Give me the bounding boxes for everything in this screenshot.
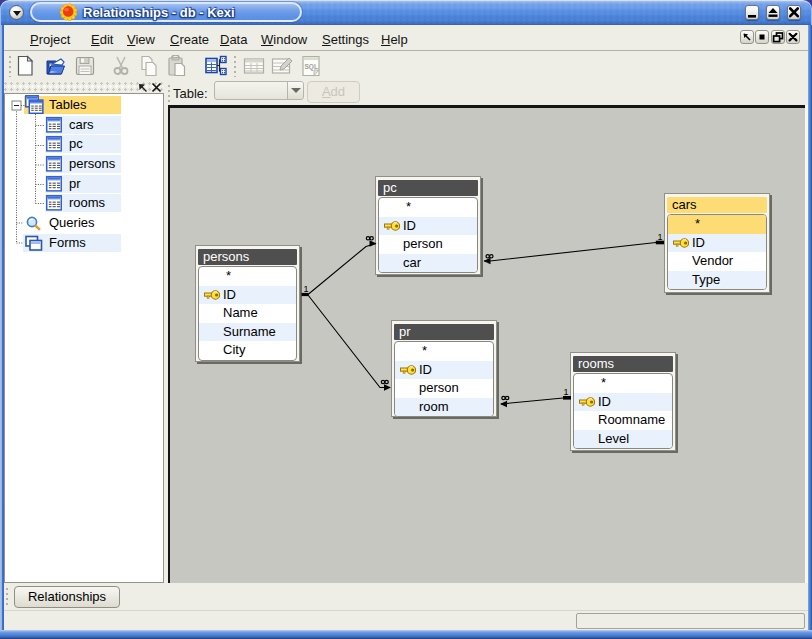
svg-text:SQL: SQL: [305, 63, 318, 71]
